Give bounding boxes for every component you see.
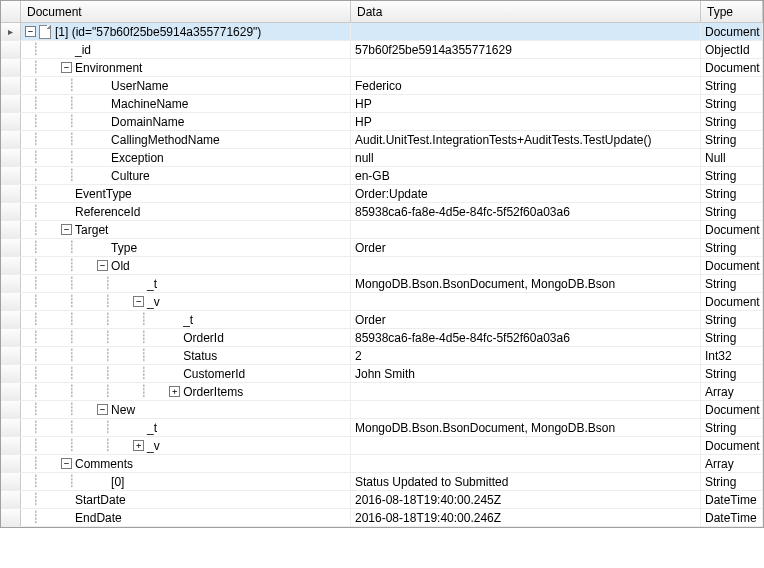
cell-data[interactable]: John Smith	[351, 365, 701, 382]
cell-type: Document	[701, 293, 763, 310]
cell-data[interactable]: HP	[351, 113, 701, 130]
cell-document[interactable]: ┊ ┊ CallingMethodName	[21, 131, 351, 148]
cell-document[interactable]: ┊ ┊ Type	[21, 239, 351, 256]
cell-data[interactable]	[351, 401, 701, 418]
tree-row[interactable]: ┊ ┊ TypeOrderString	[1, 239, 763, 257]
tree-row[interactable]: ▸−[1] (id="57b60f25be5914a355771629")Doc…	[1, 23, 763, 41]
cell-document[interactable]: ┊ ┊ ┊ ┊ OrderId	[21, 329, 351, 346]
cell-document[interactable]: ┊ ┊ −Old	[21, 257, 351, 274]
cell-document[interactable]: ┊ −Target	[21, 221, 351, 238]
header-data[interactable]: Data	[351, 1, 701, 22]
cell-data[interactable]: en-GB	[351, 167, 701, 184]
tree-row[interactable]: ┊ ┊ ┊ +_vDocument	[1, 437, 763, 455]
collapse-toggle[interactable]: −	[97, 260, 108, 271]
tree-row[interactable]: ┊ ┊ [0]Status Updated to SubmittedString	[1, 473, 763, 491]
cell-document[interactable]: ┊ ┊ ┊ _t	[21, 275, 351, 292]
cell-data[interactable]: Order	[351, 311, 701, 328]
cell-data[interactable]: MongoDB.Bson.BsonDocument, MongoDB.Bson	[351, 419, 701, 436]
tree-row[interactable]: ┊ ┊ −NewDocument	[1, 401, 763, 419]
tree-row[interactable]: ┊ ┊ MachineNameHPString	[1, 95, 763, 113]
cell-data[interactable]: 85938ca6-fa8e-4d5e-84fc-5f52f60a03a6	[351, 203, 701, 220]
cell-document[interactable]: ┊ ┊ MachineName	[21, 95, 351, 112]
tree-row[interactable]: ┊ ┊ DomainNameHPString	[1, 113, 763, 131]
collapse-toggle[interactable]: −	[61, 458, 72, 469]
tree-row[interactable]: ┊ ┊ ExceptionnullNull	[1, 149, 763, 167]
cell-data[interactable]: Status Updated to Submitted	[351, 473, 701, 490]
tree-row[interactable]: ┊ ┊ CallingMethodNameAudit.UnitTest.Inte…	[1, 131, 763, 149]
tree-row[interactable]: ┊ ┊ ┊ −_vDocument	[1, 293, 763, 311]
cell-document[interactable]: ┊ ┊ ┊ ┊ +OrderItems	[21, 383, 351, 400]
cell-data[interactable]: HP	[351, 95, 701, 112]
cell-document[interactable]: ┊ ┊ ┊ +_v	[21, 437, 351, 454]
tree-row[interactable]: ┊ ┊ ┊ ┊ _tOrderString	[1, 311, 763, 329]
tree-row[interactable]: ┊ ┊ ┊ ┊ Status2Int32	[1, 347, 763, 365]
tree-row[interactable]: ┊ ReferenceId85938ca6-fa8e-4d5e-84fc-5f5…	[1, 203, 763, 221]
cell-data[interactable]: Audit.UnitTest.IntegrationTests+AuditTes…	[351, 131, 701, 148]
cell-data[interactable]: 2	[351, 347, 701, 364]
cell-document[interactable]: ┊ _id	[21, 41, 351, 58]
cell-data[interactable]	[351, 23, 701, 40]
cell-document[interactable]: ┊ ReferenceId	[21, 203, 351, 220]
tree-row[interactable]: ┊ ┊ ┊ ┊ OrderId85938ca6-fa8e-4d5e-84fc-5…	[1, 329, 763, 347]
cell-data[interactable]: 57b60f25be5914a355771629	[351, 41, 701, 58]
cell-data[interactable]	[351, 455, 701, 472]
cell-data[interactable]: MongoDB.Bson.BsonDocument, MongoDB.Bson	[351, 275, 701, 292]
cell-data[interactable]: Federico	[351, 77, 701, 94]
cell-document[interactable]: ┊ EventType	[21, 185, 351, 202]
row-gutter	[1, 473, 21, 490]
cell-document[interactable]: ┊ ┊ [0]	[21, 473, 351, 490]
cell-data[interactable]	[351, 383, 701, 400]
cell-data[interactable]: Order	[351, 239, 701, 256]
tree-row[interactable]: ┊ −EnvironmentDocument	[1, 59, 763, 77]
tree-row[interactable]: ┊ −TargetDocument	[1, 221, 763, 239]
expand-toggle[interactable]: +	[133, 440, 144, 451]
row-gutter	[1, 293, 21, 310]
tree-row[interactable]: ┊ ┊ Cultureen-GBString	[1, 167, 763, 185]
cell-document[interactable]: ┊ −Environment	[21, 59, 351, 76]
cell-data[interactable]: 85938ca6-fa8e-4d5e-84fc-5f52f60a03a6	[351, 329, 701, 346]
cell-document[interactable]: ┊ ┊ Exception	[21, 149, 351, 166]
cell-data[interactable]	[351, 257, 701, 274]
tree-row[interactable]: ┊ EventTypeOrder:UpdateString	[1, 185, 763, 203]
tree-row[interactable]: ┊ ┊ ┊ ┊ CustomerIdJohn SmithString	[1, 365, 763, 383]
cell-document[interactable]: ┊ ┊ ┊ ┊ _t	[21, 311, 351, 328]
cell-data[interactable]	[351, 293, 701, 310]
cell-data[interactable]: Order:Update	[351, 185, 701, 202]
cell-data[interactable]: 2016-08-18T19:40:00.246Z	[351, 509, 701, 526]
cell-data[interactable]: 2016-08-18T19:40:00.245Z	[351, 491, 701, 508]
cell-document[interactable]: ┊ ┊ Culture	[21, 167, 351, 184]
cell-document[interactable]: ┊ ┊ ┊ ┊ Status	[21, 347, 351, 364]
tree-row[interactable]: ┊ _id57b60f25be5914a355771629ObjectId	[1, 41, 763, 59]
cell-data[interactable]	[351, 437, 701, 454]
collapse-toggle[interactable]: −	[25, 26, 36, 37]
tree-row[interactable]: ┊ EndDate2016-08-18T19:40:00.246ZDateTim…	[1, 509, 763, 527]
cell-document[interactable]: ┊ ┊ ┊ _t	[21, 419, 351, 436]
cell-document[interactable]: ┊ ┊ DomainName	[21, 113, 351, 130]
tree-row[interactable]: ┊ ┊ ┊ _tMongoDB.Bson.BsonDocument, Mongo…	[1, 419, 763, 437]
collapse-toggle[interactable]: −	[97, 404, 108, 415]
cell-document[interactable]: ┊ ┊ −New	[21, 401, 351, 418]
collapse-toggle[interactable]: −	[133, 296, 144, 307]
expand-toggle[interactable]: +	[169, 386, 180, 397]
cell-document[interactable]: ┊ ┊ ┊ −_v	[21, 293, 351, 310]
cell-document[interactable]: −[1] (id="57b60f25be5914a355771629")	[21, 23, 351, 40]
collapse-toggle[interactable]: −	[61, 62, 72, 73]
cell-data[interactable]	[351, 221, 701, 238]
cell-document[interactable]: ┊ −Comments	[21, 455, 351, 472]
header-type[interactable]: Type	[701, 1, 763, 22]
tree-row[interactable]: ┊ ┊ ┊ _tMongoDB.Bson.BsonDocument, Mongo…	[1, 275, 763, 293]
tree-row[interactable]: ┊ ┊ −OldDocument	[1, 257, 763, 275]
tree-row[interactable]: ┊ ┊ ┊ ┊ +OrderItemsArray	[1, 383, 763, 401]
cell-data[interactable]: null	[351, 149, 701, 166]
cell-data[interactable]	[351, 59, 701, 76]
cell-document[interactable]: ┊ ┊ UserName	[21, 77, 351, 94]
cell-document[interactable]: ┊ EndDate	[21, 509, 351, 526]
collapse-toggle[interactable]: −	[61, 224, 72, 235]
header-document[interactable]: Document	[21, 1, 351, 22]
node-label: Culture	[111, 169, 150, 183]
cell-document[interactable]: ┊ ┊ ┊ ┊ CustomerId	[21, 365, 351, 382]
tree-row[interactable]: ┊ StartDate2016-08-18T19:40:00.245ZDateT…	[1, 491, 763, 509]
tree-row[interactable]: ┊ −CommentsArray	[1, 455, 763, 473]
cell-document[interactable]: ┊ StartDate	[21, 491, 351, 508]
tree-row[interactable]: ┊ ┊ UserNameFedericoString	[1, 77, 763, 95]
